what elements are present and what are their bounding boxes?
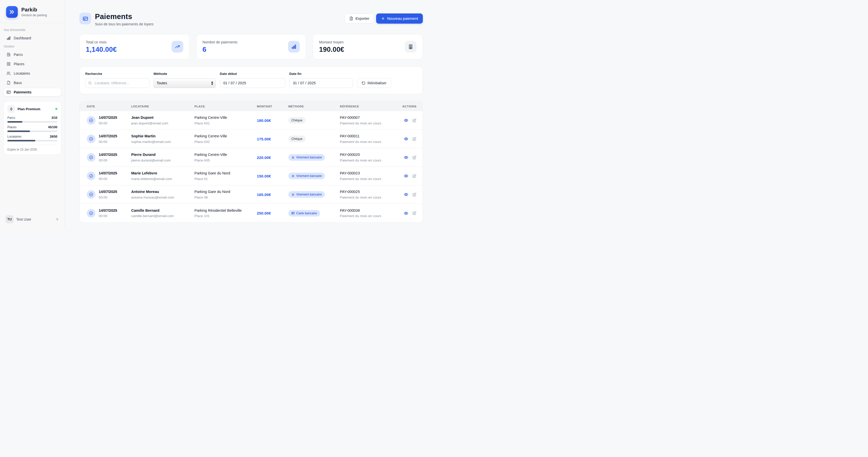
edit-payment-icon[interactable] bbox=[412, 155, 416, 160]
reference-id: PAY-000011 bbox=[340, 134, 402, 139]
cell-place: Parking Gare du Nord Place 01 bbox=[194, 171, 257, 181]
building-icon bbox=[6, 52, 11, 57]
table-row: 14/07/2025 00:00Pierre Durand pierre.dur… bbox=[80, 148, 423, 167]
calculator-icon bbox=[405, 41, 416, 53]
brand-name: Parkib bbox=[21, 7, 47, 13]
select-stepper-icon bbox=[211, 81, 213, 85]
file-download-icon bbox=[349, 17, 353, 21]
stat-label: Montant moyen bbox=[319, 40, 344, 44]
sidebar-item-label: Places bbox=[14, 62, 24, 66]
cell-actions bbox=[402, 174, 416, 178]
payments-table: DATE LOCATAIRE PLACE MONTANT MÉTHODE RÉF… bbox=[80, 101, 423, 223]
cell-tenant: Marie Lefebvre marie.lefebvre@email.com bbox=[131, 171, 194, 181]
users-icon bbox=[6, 71, 11, 75]
table-row: 14/07/2025 00:00Jean Dupont jean.dupont@… bbox=[80, 111, 423, 130]
payment-date: 14/07/2025 bbox=[99, 208, 117, 213]
usage-progress-track bbox=[7, 130, 57, 132]
usage-label: Locataires bbox=[7, 135, 21, 139]
trending-up-icon bbox=[172, 41, 183, 53]
tenant-email: sophie.martin@email.com bbox=[131, 140, 194, 144]
search-input[interactable] bbox=[85, 78, 150, 88]
cell-method: Virement bancaire bbox=[288, 173, 340, 179]
sidebar-item-locataires[interactable]: Locataires bbox=[3, 69, 61, 78]
new-payment-button[interactable]: Nouveau paiement bbox=[376, 13, 423, 24]
parking-name: Parking Centre-Ville bbox=[194, 134, 257, 139]
cell-tenant: Camille Bernard camille.bernard@email.co… bbox=[131, 208, 194, 218]
method-label: Chèque bbox=[291, 137, 303, 141]
check-circle-icon bbox=[87, 209, 95, 218]
view-payment-icon[interactable] bbox=[404, 211, 408, 216]
plan-usage: Parcs 3/10 Places 45/100 Locataires 28/5… bbox=[7, 116, 57, 142]
stat-card: Total ce mois 1,140.00€ bbox=[80, 34, 190, 59]
view-payment-icon[interactable] bbox=[404, 174, 408, 178]
page-header: Paiements Suivi de tous les paiements de… bbox=[80, 13, 423, 26]
method-badge: Virement bancaire bbox=[288, 173, 325, 179]
edit-payment-icon[interactable] bbox=[412, 192, 416, 197]
cell-date: 14/07/2025 00:00 bbox=[87, 171, 131, 181]
edit-payment-icon[interactable] bbox=[412, 174, 416, 178]
col-locataire: LOCATAIRE bbox=[131, 105, 194, 108]
method-badge: Chèque bbox=[288, 117, 306, 124]
view-payment-icon[interactable] bbox=[404, 155, 408, 160]
table-row: 14/07/2025 00:00Marie Lefebvre marie.lef… bbox=[80, 167, 423, 185]
search-label: Recherche bbox=[85, 72, 150, 75]
cell-date: 14/07/2025 00:00 bbox=[87, 116, 131, 125]
date-start-input[interactable] bbox=[220, 78, 285, 88]
col-place: PLACE bbox=[194, 105, 257, 108]
sidebar-item-dashboard[interactable]: Dashboard bbox=[3, 34, 61, 42]
method-label: Chèque bbox=[291, 119, 303, 122]
sidebar-item-paiements[interactable]: Paiements bbox=[3, 88, 61, 96]
plus-icon bbox=[381, 17, 385, 21]
usage-progress-fill bbox=[7, 140, 35, 142]
payment-date: 14/07/2025 bbox=[99, 116, 117, 120]
reference-id: PAY-000025 bbox=[340, 190, 402, 194]
place-number: Place A02 bbox=[194, 140, 257, 144]
export-button[interactable]: Exporter bbox=[345, 13, 374, 24]
payment-date: 14/07/2025 bbox=[99, 134, 117, 139]
cell-reference: PAY-000023 Paiement du mois en cours bbox=[340, 171, 402, 181]
tenant-name: Sophie Martin bbox=[131, 134, 194, 139]
edit-payment-icon[interactable] bbox=[412, 211, 416, 216]
parking-name: Parking Gare du Nord bbox=[194, 190, 257, 194]
parking-name: Parking Gare du Nord bbox=[194, 171, 257, 176]
user-menu[interactable]: TU Test User bbox=[3, 214, 61, 225]
check-circle-icon bbox=[87, 190, 95, 199]
place-number: Place 06 bbox=[194, 195, 257, 200]
cell-place: Parking Gare du Nord Place 06 bbox=[194, 190, 257, 200]
plan-card: Plan Premium Parcs 3/10 Places 45/100 Lo… bbox=[3, 101, 61, 155]
cell-actions bbox=[402, 118, 416, 123]
cell-date: 14/07/2025 00:00 bbox=[87, 153, 131, 162]
brand-tagline: Gestion de parking bbox=[21, 13, 47, 17]
usage-progress-track bbox=[7, 121, 57, 123]
date-end-input[interactable] bbox=[289, 78, 353, 88]
credit-card-icon bbox=[80, 13, 91, 24]
col-montant: MONTANT bbox=[257, 105, 288, 108]
method-select[interactable]: Toutes bbox=[154, 78, 216, 88]
col-reference: RÉFÉRENCE bbox=[340, 105, 402, 108]
edit-payment-icon[interactable] bbox=[412, 136, 416, 141]
reset-button[interactable]: Réinitialiser bbox=[357, 78, 391, 88]
view-payment-icon[interactable] bbox=[404, 136, 408, 141]
view-payment-icon[interactable] bbox=[404, 118, 408, 123]
table-row: 14/07/2025 00:00Antoine Moreau antoine.m… bbox=[80, 185, 423, 204]
cell-method: Carte bancaire bbox=[288, 210, 340, 217]
method-badge: Chèque bbox=[288, 135, 306, 142]
sidebar-item-baux[interactable]: Baux bbox=[3, 79, 61, 87]
sidebar-item-places[interactable]: Places bbox=[3, 60, 61, 68]
payment-date: 14/07/2025 bbox=[99, 171, 117, 176]
sidebar-item-parcs[interactable]: Parcs bbox=[3, 50, 61, 59]
search-icon bbox=[88, 81, 92, 85]
method-label: Carte bancaire bbox=[296, 212, 317, 215]
tenant-email: marie.lefebvre@email.com bbox=[131, 177, 194, 181]
cell-tenant: Antoine Moreau antoine.moreau@email.com bbox=[131, 190, 194, 200]
parking-name: Parking Résidentiel Belleville bbox=[194, 208, 257, 213]
tenant-email: pierre.durand@email.com bbox=[131, 158, 194, 162]
usage-progress-track bbox=[7, 140, 57, 142]
plan-expiry: Expire le 15 Jan 2025 bbox=[7, 145, 57, 151]
cell-method: Virement bancaire bbox=[288, 154, 340, 161]
view-payment-icon[interactable] bbox=[404, 192, 408, 197]
plan-usage-locataires: Locataires 28/50 bbox=[7, 135, 57, 142]
edit-payment-icon[interactable] bbox=[412, 118, 416, 123]
cell-reference: PAY-000020 Paiement du mois en cours bbox=[340, 153, 402, 162]
sidebar: Parkib Gestion de parking Vue d'ensemble… bbox=[0, 0, 65, 228]
